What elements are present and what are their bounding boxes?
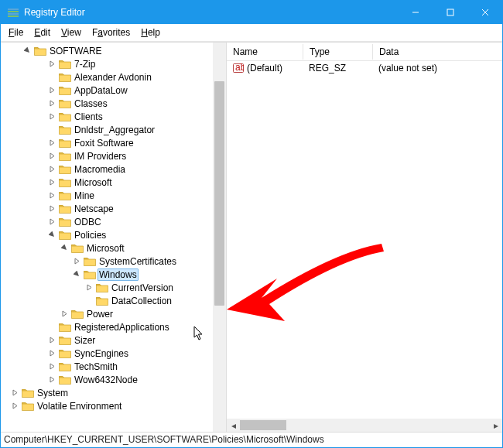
expand-toggle[interactable] [72,256,82,266]
column-name[interactable]: Name [227,44,303,60]
expand-toggle[interactable] [47,85,57,95]
tree-item[interactable]: DataCollection [84,294,226,307]
tree-item[interactable]: Classes [47,97,226,110]
folder-icon [96,282,108,293]
folder-icon [59,361,71,372]
folder-icon [34,46,46,56]
tree-item[interactable]: SystemCertificates [72,255,226,268]
scrollbar-thumb[interactable] [240,420,286,430]
expand-toggle[interactable] [47,190,57,200]
folder-icon [22,388,34,398]
expand-toggle[interactable] [47,203,57,214]
titlebar[interactable]: Registry Editor [1,1,502,24]
tree-item[interactable]: Policies [47,228,226,241]
tree-item[interactable]: Dnldstr_Aggregator [47,123,226,136]
tree-item-label: Netscape [73,203,115,214]
expand-toggle[interactable] [22,46,33,56]
expand-toggle[interactable] [47,217,57,227]
scrollbar-track[interactable] [240,419,489,432]
statusbar: Computer\HKEY_CURRENT_USER\SOFTWARE\Poli… [1,432,502,447]
tree-item-label: Volatile Environment [36,401,123,412]
expand-toggle[interactable] [47,111,57,121]
expand-toggle[interactable] [47,230,57,240]
column-type[interactable]: Type [303,44,372,60]
folder-icon [84,269,96,280]
scroll-left-icon[interactable]: ◂ [227,419,240,432]
expand-toggle[interactable] [47,59,57,69]
maximize-button[interactable] [433,1,467,24]
registry-tree[interactable]: SOFTWARE7-ZipAlexander AvdoninAppDataLow… [1,43,226,432]
close-button[interactable] [467,1,502,24]
tree-item[interactable]: Mine [47,189,226,202]
menu-edit[interactable]: Edit [29,26,55,39]
tree-item[interactable]: Windows [72,268,226,281]
tree-item-label: Alexander Avdonin [73,72,153,83]
expand-toggle[interactable] [47,138,57,148]
tree-item[interactable]: Foxit Software [47,136,226,149]
menu-help[interactable]: Help [136,26,165,39]
window-controls [398,1,502,24]
expand-toggle[interactable] [47,98,57,108]
value-list[interactable]: ab (Default) REG_SZ (value not set) [227,61,502,419]
tree-item[interactable]: System [10,386,226,399]
menu-file[interactable]: File [4,26,28,39]
expand-toggle[interactable] [10,401,20,411]
value-horizontal-scrollbar[interactable]: ◂ ▸ [227,419,502,432]
tree-item[interactable]: SyncEngines [47,347,226,360]
expand-toggle[interactable] [47,361,57,371]
column-data[interactable]: Data [372,44,502,60]
tree-item[interactable]: AppDataLow [47,84,226,97]
tree-item[interactable]: Microsoft [60,241,226,255]
expand-toggle[interactable] [72,269,82,279]
svg-rect-1 [8,11,19,12]
tree-item[interactable]: Alexander Avdonin [47,70,226,84]
tree-pane[interactable]: SOFTWARE7-ZipAlexander AvdoninAppDataLow… [1,43,227,432]
tree-item[interactable]: 7-Zip [47,57,226,70]
tree-item[interactable]: SOFTWARE [22,44,226,57]
tree-item[interactable]: Netscape [47,202,226,215]
value-pane: Name Type Data ab (Default) [227,43,502,432]
tree-item[interactable]: Microsoft [47,176,226,189]
tree-item[interactable]: Sizer [47,333,226,347]
tree-item[interactable]: Power [60,307,226,320]
folder-icon [59,190,71,201]
value-data: (value not set) [378,63,437,74]
tree-item-label: Policies [73,230,108,241]
expand-toggle[interactable] [10,388,20,398]
tree-item[interactable]: Volatile Environment [10,399,226,412]
expand-toggle[interactable] [47,335,57,345]
expand-toggle[interactable] [47,164,57,174]
expand-toggle[interactable] [47,374,57,385]
scrollbar-thumb[interactable] [214,81,224,306]
expand-toggle[interactable] [47,151,57,161]
menu-view[interactable]: View [56,26,86,39]
folder-icon [59,85,71,96]
folder-icon [59,203,71,214]
tree-item[interactable]: Macromedia [47,162,226,176]
value-type: REG_SZ [309,63,346,74]
list-item[interactable]: ab (Default) REG_SZ (value not set) [227,61,502,75]
svg-rect-0 [8,9,19,10]
tree-item[interactable]: ODBC [47,215,226,228]
expand-toggle[interactable] [60,309,70,319]
scroll-right-icon[interactable]: ▸ [489,419,502,432]
expand-toggle[interactable] [84,282,94,292]
folder-icon [59,177,71,188]
tree-item[interactable]: RegisteredApplications [47,320,226,333]
tree-vertical-scrollbar[interactable] [213,43,226,432]
tree-item[interactable]: CurrentVersion [84,281,226,294]
tree-item[interactable]: IM Providers [47,149,226,162]
svg-text:ab: ab [235,63,244,73]
expand-toggle[interactable] [47,348,57,358]
tree-item[interactable]: TechSmith [47,360,226,373]
menu-favorites[interactable]: Favorites [87,26,135,39]
tree-item[interactable]: Clients [47,110,226,123]
folder-icon [59,98,71,109]
expand-toggle[interactable] [60,243,70,253]
minimize-button[interactable] [398,1,433,24]
expand-toggle[interactable] [47,177,57,187]
tree-item[interactable]: Wow6432Node [47,373,226,386]
tree-item-label: Wow6432Node [73,374,139,385]
tree-item-label: ODBC [73,217,103,227]
folder-icon [59,164,71,175]
